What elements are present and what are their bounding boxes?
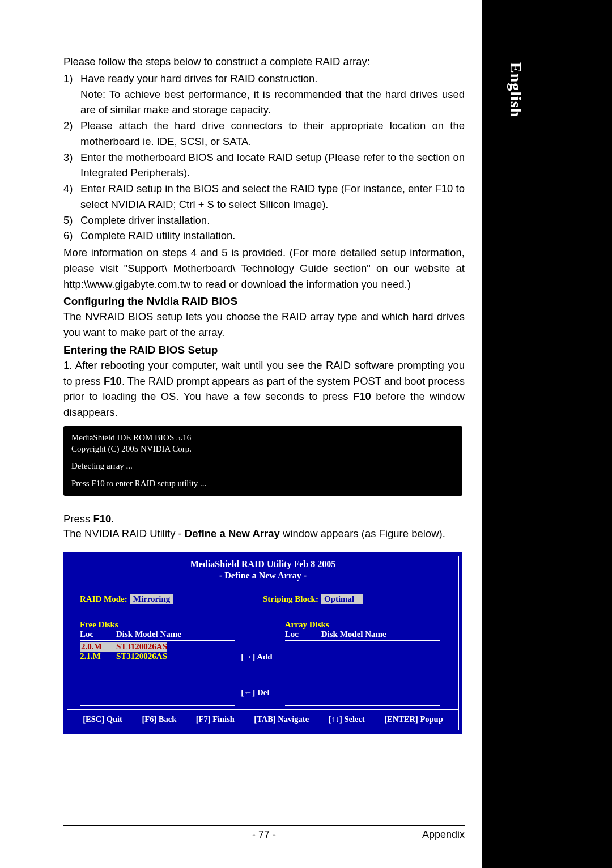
disk-loc: 2.0.M <box>80 642 116 652</box>
terminal-line: MediaShield IDE ROM BIOS 5.16 <box>71 432 454 443</box>
utility-appears-line: The NVIDIA RAID Utility - Define a New A… <box>63 527 465 540</box>
step-number: 1) <box>63 71 80 118</box>
raid-inner-frame: MediaShield RAID Utility Feb 8 2005 - De… <box>66 555 460 731</box>
raid-mode-row: RAID Mode: Mirroring Striping Block: Opt… <box>67 585 458 610</box>
step-text: Complete RAID utility installation. <box>80 228 465 244</box>
underline <box>80 640 235 641</box>
manual-page: Please follow the steps below to constru… <box>0 0 482 868</box>
free-disks-column: Free Disks Loc Disk Model Name 2.0.M ST3… <box>80 620 241 707</box>
raid-title-line1: MediaShield RAID Utility Feb 8 2005 <box>67 559 458 570</box>
step-5: 5) Complete driver installation. <box>63 212 465 228</box>
step-number: 2) <box>63 118 80 150</box>
add-key-hint: [→] Add <box>241 652 285 662</box>
enter-popup-hint: [ENTER] Popup <box>384 714 443 724</box>
intro-text: Please follow the steps below to constru… <box>63 54 465 70</box>
underline <box>285 640 440 641</box>
steps-list: 1) Have ready your hard drives for RAID … <box>63 71 465 244</box>
f6-back-hint: [F6] Back <box>142 714 176 724</box>
language-label: English <box>507 62 525 117</box>
column-headers: Loc Disk Model Name <box>80 629 241 639</box>
step-1: 1) Have ready your hard drives for RAID … <box>63 71 465 118</box>
loc-header: Loc <box>80 629 116 639</box>
heading1-text: The NVRAID BIOS setup lets you choose th… <box>63 309 465 341</box>
disk-name: ST3120026AS <box>116 652 167 661</box>
disk-row-selected[interactable]: 2.0.M ST3120026AS <box>80 642 241 652</box>
press-prefix: Press <box>63 513 93 525</box>
underline <box>80 705 235 706</box>
heading-configuring: Configuring the Nvidia RAID BIOS <box>63 295 465 308</box>
step-number: 6) <box>63 228 80 244</box>
step-6: 6) Complete RAID utility installation. <box>63 228 465 244</box>
raid-title-line2: - Define a New Array - <box>67 570 458 581</box>
step-text: Please attach the hard drive connectors … <box>80 118 465 150</box>
language-tab: English <box>482 10 534 186</box>
step-text: Enter the motherboard BIOS and locate RA… <box>80 150 465 181</box>
step-3: 3) Enter the motherboard BIOS and locate… <box>63 150 465 181</box>
raid-title: MediaShield RAID Utility Feb 8 2005 - De… <box>67 559 458 585</box>
arrows-select-hint: [↑↓] Select <box>329 714 365 724</box>
f10-bold: F10 <box>93 513 111 525</box>
terminal-line: Press F10 to enter RAID setup utility ..… <box>71 478 454 489</box>
striping-block-label: Striping Block: <box>263 594 318 604</box>
section-name: Appendix <box>422 829 465 841</box>
model-header: Disk Model Name <box>116 629 181 639</box>
loc-header: Loc <box>285 629 321 639</box>
disk-row[interactable]: 2.1.M ST3120026AS <box>80 652 241 661</box>
step-2: 2) Please attach the hard drive connecto… <box>63 118 465 150</box>
underline <box>285 705 440 706</box>
raid-mode-label: RAID Mode: <box>80 594 128 604</box>
esc-quit-hint: [ESC] Quit <box>83 714 122 724</box>
disk-loc: 2.1.M <box>80 652 116 661</box>
step-text: Have ready your hard drives for RAID con… <box>80 71 465 118</box>
tab-navigate-hint: [TAB] Navigate <box>254 714 309 724</box>
step-text: Complete driver installation. <box>80 212 465 228</box>
more-info-text: More information on steps 4 and 5 is pro… <box>63 245 465 292</box>
heading2-text: 1. After rebooting your computer, wait u… <box>63 358 465 420</box>
add-del-column: [→] Add [←] Del <box>241 620 285 707</box>
column-headers: Loc Disk Model Name <box>285 629 446 639</box>
f7-finish-hint: [F7] Finish <box>196 714 235 724</box>
step-number: 5) <box>63 212 80 228</box>
content-area: Please follow the steps below to constru… <box>0 54 482 734</box>
step-number: 4) <box>63 181 80 212</box>
below-prefix: The NVIDIA RAID Utility - <box>63 527 185 539</box>
del-key-hint: [←] Del <box>241 688 285 697</box>
page-footer: - 77 - Appendix <box>63 825 465 841</box>
step-text: Enter RAID setup in the BIOS and select … <box>80 181 465 212</box>
define-array-bold: Define a New Array <box>185 527 280 539</box>
free-disk-list[interactable]: 2.0.M ST3120026AS 2.1.M ST3120026AS <box>80 642 241 704</box>
striping-block-value[interactable]: Optimal <box>321 594 363 604</box>
page-number: - 77 - <box>252 829 276 841</box>
model-header: Disk Model Name <box>321 629 386 639</box>
step-number: 3) <box>63 150 80 181</box>
press-f10-line: Press F10. <box>63 513 465 525</box>
disk-lists: Free Disks Loc Disk Model Name 2.0.M ST3… <box>67 610 458 709</box>
step-4: 4) Enter RAID setup in the BIOS and sele… <box>63 181 465 212</box>
below-suffix: window appears (as Figure below). <box>280 527 445 539</box>
boot-terminal: MediaShield IDE ROM BIOS 5.16 Copyright … <box>63 426 462 496</box>
array-disks-label: Array Disks <box>285 620 446 629</box>
f10-bold: F10 <box>104 375 122 387</box>
array-disk-list[interactable] <box>285 642 446 704</box>
disk-name: ST3120026AS <box>116 642 167 652</box>
press-suffix: . <box>111 513 114 525</box>
raid-utility-window: MediaShield RAID Utility Feb 8 2005 - De… <box>63 552 462 734</box>
array-disks-column: Array Disks Loc Disk Model Name <box>285 620 446 707</box>
free-disks-label: Free Disks <box>80 620 241 629</box>
terminal-line: Copyright (C) 2005 NVIDIA Corp. <box>71 443 454 454</box>
f10-bold: F10 <box>353 390 371 402</box>
raid-mode-value[interactable]: Mirroring <box>130 594 174 604</box>
footer-key-hints: [ESC] Quit [F6] Back [F7] Finish [TAB] N… <box>67 709 458 730</box>
terminal-line: Detecting array ... <box>71 460 454 471</box>
heading-entering: Entering the RAID BIOS Setup <box>63 344 465 356</box>
